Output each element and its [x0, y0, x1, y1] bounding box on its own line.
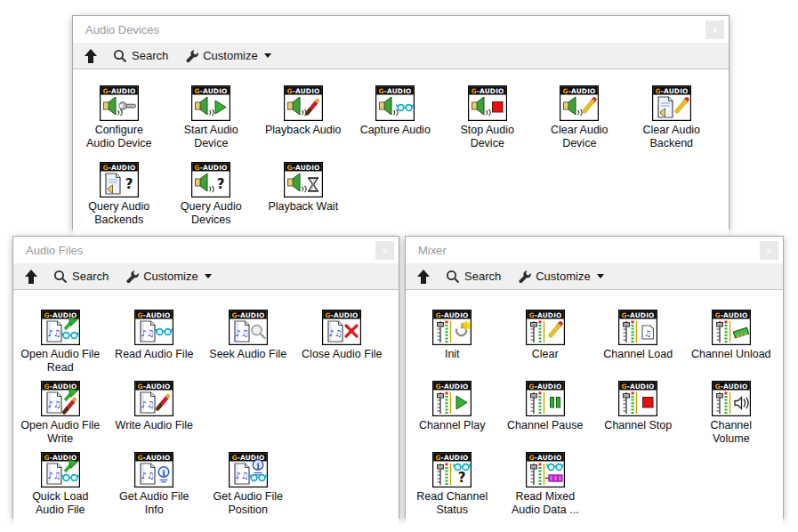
- up-level-button[interactable]: [25, 270, 37, 284]
- search-icon: [446, 270, 460, 284]
- vi-icon-file-note: G-AUDIO ♪♫ i: [229, 452, 268, 488]
- titlebar[interactable]: Audio Files x: [13, 237, 399, 263]
- palette-item[interactable]: G-AUDIO ♪♫ i Get Audio File Position: [201, 452, 295, 518]
- svg-text:G-AUDIO: G-AUDIO: [528, 454, 561, 462]
- palette-item[interactable]: G-AUDIO Clear Audio Backend: [625, 85, 718, 151]
- palette-item[interactable]: G-AUDIO Read Mixed Audio Data ...: [499, 452, 592, 518]
- customize-button[interactable]: Customize: [517, 270, 603, 284]
- search-button[interactable]: Search: [53, 270, 109, 284]
- vi-icon-mixer: G-AUDIO: [712, 310, 751, 345]
- palette-item[interactable]: G-AUDIO ♪♫ Open Audio File Write: [13, 381, 108, 447]
- palette-item[interactable]: G-AUDIO Playback Wait: [257, 162, 350, 228]
- search-icon: [113, 49, 127, 63]
- palette-item[interactable]: G-AUDIO Clear: [499, 310, 592, 375]
- close-button[interactable]: x: [760, 241, 778, 260]
- palette-item[interactable]: G-AUDIO Stop Audio Device: [441, 85, 534, 151]
- palette-item[interactable]: G-AUDIO Start Audio Device: [165, 85, 258, 151]
- palette-item-label: Channel Volume: [710, 419, 752, 446]
- wrench-icon: [184, 49, 198, 63]
- vi-icon-speaker: G-AUDIO: [560, 85, 599, 121]
- palette-item[interactable]: G-AUDIO Channel Play: [406, 381, 499, 447]
- svg-text:G-AUDIO: G-AUDIO: [528, 383, 561, 391]
- chevron-down-icon: [264, 53, 271, 58]
- palette-item-label: Capture Audio: [360, 124, 431, 137]
- palette-item[interactable]: G-AUDIO Channel Volume: [685, 381, 778, 447]
- palette-item[interactable]: G-AUDIO Clear Audio Device: [534, 85, 626, 151]
- svg-text:♪♫: ♪♫: [141, 328, 155, 338]
- vi-icon-doc-speaker: G-AUDIO ?: [100, 162, 139, 197]
- svg-text:i: i: [162, 468, 165, 478]
- search-label: Search: [464, 270, 501, 283]
- svg-text:♪♫: ♪♫: [235, 328, 248, 338]
- palette-window-audio-files: Audio Files x Search Customize G-AUDIO ♪…: [12, 236, 399, 519]
- up-level-button[interactable]: [85, 49, 97, 63]
- palette-window-audio-devices: Audio Devices x Search Customize G-AUDIO…: [72, 15, 729, 230]
- palette-item[interactable]: G-AUDIO ?Read Channel Status: [406, 452, 499, 518]
- vi-icon-speaker: G-AUDIO: [284, 85, 323, 121]
- customize-button[interactable]: Customize: [184, 49, 270, 63]
- palette-item[interactable]: G-AUDIO ♪♫ Read Audio File: [108, 310, 202, 375]
- palette-item[interactable]: G-AUDIO Playback Audio: [257, 85, 350, 151]
- palette-row: G-AUDIO Channel PlayG-AUDIO Channel Paus…: [406, 381, 783, 447]
- vi-icon-mixer: G-AUDIO: [526, 452, 565, 488]
- titlebar[interactable]: Mixer x: [406, 237, 783, 263]
- palette-item-label: Get Audio File Info: [119, 490, 189, 517]
- palette-item-label: Query Audio Devices: [181, 200, 242, 227]
- info-icon: i: [253, 460, 263, 475]
- svg-text:G-AUDIO: G-AUDIO: [326, 311, 359, 319]
- svg-text:G-AUDIO: G-AUDIO: [471, 87, 504, 95]
- palette-item-label: Open Audio File Read: [20, 348, 100, 375]
- palette-item[interactable]: G-AUDIO Channel Pause: [499, 381, 592, 447]
- palette-item[interactable]: G-AUDIO ♪♫ Close Audio File: [295, 310, 390, 375]
- palette-item[interactable]: G-AUDIO ?Query Audio Backends: [73, 162, 165, 228]
- customize-label: Customize: [203, 49, 257, 62]
- search-button[interactable]: Search: [446, 270, 501, 284]
- palette-item[interactable]: G-AUDIO ♪♫ Seek Audio File: [201, 310, 295, 375]
- palette-icon-area: G-AUDIO Configure Audio DeviceG-AUDIO St…: [73, 69, 729, 246]
- palette-item[interactable]: G-AUDIO ♫Channel Load: [592, 310, 685, 375]
- up-level-button[interactable]: [417, 270, 430, 284]
- palette-toolbar: Search Customize: [13, 263, 399, 290]
- audio-file-icon: ♪♫: [47, 463, 61, 484]
- search-button[interactable]: Search: [113, 49, 168, 63]
- palette-icon-area: G-AUDIO ♪♫ Open Audio File ReadG-AUDIO ♪…: [13, 290, 399, 532]
- svg-text:♪♫: ♪♫: [47, 328, 60, 338]
- palette-item-label: Channel Load: [603, 348, 673, 361]
- svg-text:G-AUDIO: G-AUDIO: [436, 311, 469, 319]
- palette-item[interactable]: G-AUDIO ♪♫ Open Audio File Read: [13, 310, 108, 375]
- palette-item[interactable]: G-AUDIO Channel Unload: [685, 310, 778, 375]
- svg-text:G-AUDIO: G-AUDIO: [231, 311, 264, 319]
- palette-icon-area: G-AUDIO InitG-AUDIO: [406, 290, 783, 532]
- customize-button[interactable]: Customize: [125, 270, 211, 284]
- close-button[interactable]: x: [375, 241, 394, 260]
- svg-text:G-AUDIO: G-AUDIO: [714, 383, 747, 391]
- vi-icon-file-note: G-AUDIO ♪♫: [229, 310, 268, 345]
- palette-item[interactable]: G-AUDIO ?Query Audio Devices: [165, 162, 258, 228]
- palette-item[interactable]: G-AUDIO ♪♫ Write Audio File: [108, 381, 202, 447]
- palette-item-label: Channel Play: [419, 419, 485, 432]
- palette-item-label: Query Audio Backends: [88, 200, 149, 227]
- close-button[interactable]: x: [705, 20, 724, 39]
- svg-text:G-AUDIO: G-AUDIO: [286, 87, 319, 95]
- up-arrow-icon: [417, 270, 430, 284]
- window-title: Audio Files: [26, 244, 375, 257]
- palette-item[interactable]: G-AUDIO ♪♫ Quick Load Audio File: [13, 452, 108, 518]
- window-title: Mixer: [418, 244, 760, 257]
- palette-item-label: Init: [445, 348, 460, 361]
- audio-backend-doc-icon: [658, 97, 673, 117]
- titlebar[interactable]: Audio Devices x: [73, 16, 729, 43]
- svg-text:G-AUDIO: G-AUDIO: [655, 87, 688, 95]
- stop-icon: [492, 102, 503, 113]
- palette-item[interactable]: G-AUDIO Init: [406, 310, 499, 375]
- vi-icon-mixer: G-AUDIO ♫: [618, 310, 657, 345]
- palette-item[interactable]: G-AUDIO ♪♫ i Get Audio File Info: [108, 452, 202, 518]
- palette-item-label: Start Audio Device: [184, 124, 238, 150]
- palette-item[interactable]: G-AUDIO Capture Audio: [350, 85, 442, 151]
- palette-item-label: Stop Audio Device: [461, 124, 514, 150]
- svg-text:♪♫: ♪♫: [141, 471, 155, 480]
- vi-icon-speaker: G-AUDIO: [375, 85, 415, 121]
- palette-item[interactable]: G-AUDIO Channel Stop: [592, 381, 685, 447]
- palette-item-label: Channel Stop: [604, 419, 672, 432]
- palette-item[interactable]: G-AUDIO Configure Audio Device: [73, 85, 165, 151]
- svg-text:G-AUDIO: G-AUDIO: [436, 454, 469, 462]
